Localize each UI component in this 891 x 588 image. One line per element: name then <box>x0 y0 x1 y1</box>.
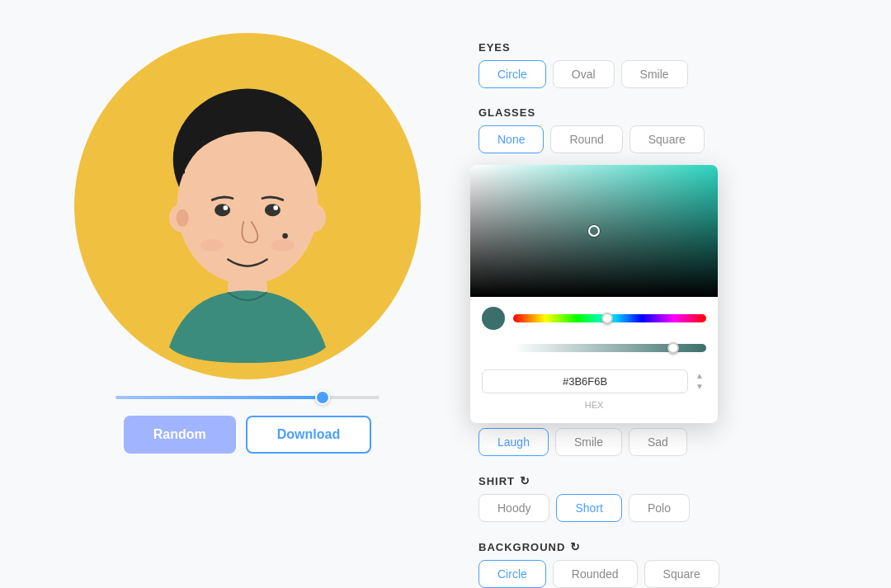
hex-down-button[interactable]: ▼ <box>693 382 706 392</box>
eyes-option-smile[interactable]: Smile <box>621 60 688 88</box>
svg-point-4 <box>303 204 327 232</box>
svg-point-1 <box>177 128 318 285</box>
shirt-option-hoody[interactable]: Hoody <box>478 494 549 522</box>
size-slider[interactable] <box>116 396 380 399</box>
background-section: BACKGROUND ↻ Circle Rounded Square <box>478 540 842 588</box>
svg-point-7 <box>224 205 229 210</box>
color-cursor <box>588 225 600 237</box>
shirt-option-polo[interactable]: Polo <box>629 494 690 522</box>
color-swatch <box>482 307 505 330</box>
hex-arrows: ▲ ▼ <box>693 371 706 392</box>
avatar-svg <box>91 49 404 363</box>
download-button[interactable]: Download <box>246 416 371 454</box>
opacity-row <box>482 336 706 360</box>
shirt-label: SHIRT ↻ <box>478 474 842 487</box>
background-option-rounded[interactable]: Rounded <box>553 560 638 588</box>
picker-controls: #3B6F6B ▲ ▼ HEX <box>470 297 718 423</box>
glasses-options: None Round Square <box>478 125 842 153</box>
hex-input[interactable]: #3B6F6B <box>491 375 679 388</box>
hue-slider[interactable] <box>513 314 706 322</box>
color-gradient-canvas[interactable] <box>470 165 718 297</box>
action-buttons: Random Download <box>124 416 371 454</box>
hex-up-button[interactable]: ▲ <box>693 371 706 381</box>
glasses-option-round[interactable]: Round <box>550 125 622 153</box>
svg-point-5 <box>214 204 230 216</box>
hex-input-wrapper: #3B6F6B <box>482 369 688 393</box>
background-options: Circle Rounded Square <box>478 560 842 588</box>
eyes-option-oval[interactable]: Oval <box>553 60 615 88</box>
opacity-slider[interactable] <box>513 344 706 352</box>
eyes-label: EYES <box>478 41 842 54</box>
right-panel: EYES Circle Oval Smile GLASSES None Roun… <box>478 33 842 588</box>
background-option-square[interactable]: Square <box>644 560 719 588</box>
glasses-label: GLASSES <box>478 106 842 119</box>
shirt-section: SHIRT ↻ Hoody Short Polo <box>478 474 842 522</box>
mouth-options: Laugh Smile Sad <box>478 428 842 456</box>
eyes-option-circle[interactable]: Circle <box>478 60 546 88</box>
svg-point-9 <box>200 239 224 252</box>
hex-row: #3B6F6B ▲ ▼ <box>482 369 706 393</box>
mouth-option-laugh[interactable]: Laugh <box>478 428 549 456</box>
random-button[interactable]: Random <box>124 416 236 454</box>
eyes-section: EYES Circle Oval Smile <box>478 41 842 88</box>
svg-point-6 <box>265 204 280 216</box>
hue-row <box>482 307 706 330</box>
left-panel: Random Download <box>50 33 446 454</box>
glasses-section: GLASSES None Round Square <box>478 106 842 153</box>
svg-point-11 <box>282 233 288 239</box>
shirt-option-short[interactable]: Short <box>556 494 621 522</box>
shirt-refresh-icon[interactable]: ↻ <box>520 474 530 487</box>
shirt-options: Hoody Short Polo <box>478 494 842 522</box>
svg-point-10 <box>271 239 295 252</box>
svg-point-3 <box>177 209 189 227</box>
mouth-option-sad[interactable]: Sad <box>629 428 687 456</box>
glasses-option-square[interactable]: Square <box>629 125 705 153</box>
eyes-options: Circle Oval Smile <box>478 60 842 88</box>
color-picker-popup: #3B6F6B ▲ ▼ HEX <box>470 165 718 423</box>
background-label: BACKGROUND ↻ <box>478 540 842 553</box>
avatar-preview <box>74 33 421 379</box>
hex-label: HEX <box>482 400 706 416</box>
size-slider-container <box>116 396 380 399</box>
svg-point-8 <box>273 205 278 210</box>
glasses-option-none[interactable]: None <box>478 125 544 153</box>
opacity-spacer <box>482 336 505 360</box>
background-option-circle[interactable]: Circle <box>478 560 546 588</box>
mouth-option-smile[interactable]: Smile <box>555 428 622 456</box>
background-refresh-icon[interactable]: ↻ <box>570 540 581 553</box>
